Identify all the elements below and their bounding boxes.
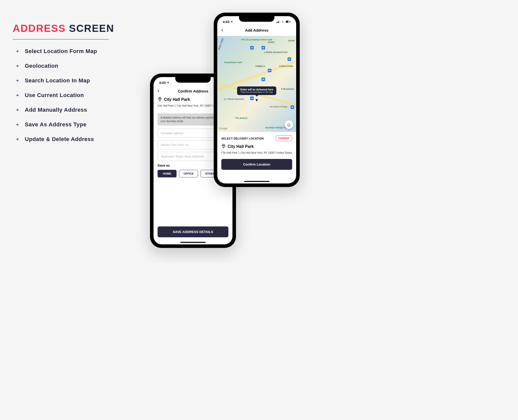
arrow-icon: [15, 49, 20, 54]
subway-marker-icon: M: [250, 97, 254, 100]
page-heading: ADDRESS SCREEN: [13, 23, 114, 34]
subway-marker-icon: M: [291, 105, 294, 109]
tooltip-title: Order will be delivered here: [240, 88, 273, 91]
feature-list: Select Location Form Map Geolocation Sea…: [15, 48, 97, 143]
arrow-icon: [15, 78, 20, 83]
back-button[interactable]: ‹: [221, 27, 223, 33]
map-label: 11 Tribute Museum: [224, 98, 244, 100]
feature-item: Use Current Location: [15, 92, 97, 99]
arrow-icon: [15, 93, 20, 98]
google-attribution: Google: [219, 127, 227, 130]
arrow-icon: [15, 108, 20, 112]
phone-notch: [239, 16, 274, 22]
map-label: LOWER MANHATTAN: [264, 51, 287, 54]
subway-marker-icon: M: [262, 78, 265, 81]
map-label: The Battery: [235, 117, 248, 119]
confirm-location-button[interactable]: Confirm Location: [221, 159, 292, 170]
heading-rest-text: SCREEN: [69, 23, 114, 34]
map-label: Pier 25 at Hudson River Park: [241, 38, 272, 41]
feature-item: Geolocation: [15, 63, 97, 69]
feature-label: Save As Address Type: [25, 121, 87, 128]
phone-notch: [175, 77, 211, 83]
feature-item: Update & Delete Address: [15, 136, 97, 143]
arrow-icon: [15, 137, 20, 142]
feature-label: Select Location Form Map: [25, 48, 97, 55]
subway-marker-icon: M: [262, 46, 265, 50]
chip-office[interactable]: OFFICE: [179, 170, 198, 177]
svg-rect-0: [276, 22, 277, 23]
location-pin-icon: [158, 97, 162, 102]
map-tooltip: Order will be delivered here Place the p…: [237, 86, 276, 95]
map-label: SOHO: [268, 41, 275, 43]
svg-rect-2: [278, 21, 279, 23]
feature-label: Geolocation: [25, 63, 58, 69]
phone-add-address: 4:03 ‹ Add Address Pier 25 at Hudson Riv…: [214, 13, 300, 187]
save-address-button[interactable]: SAVE ADDRESS DETAILS: [158, 226, 228, 237]
tooltip-subtitle: Place the pin accurately on the map: [240, 91, 273, 93]
map-label: TRIBECA: [255, 65, 265, 67]
location-name: City Hall Park: [164, 97, 190, 102]
location-arrow-icon: [230, 20, 233, 23]
location-address: City Hall Park 1 City Hall New York, NY …: [221, 151, 292, 155]
wifi-icon: [281, 20, 285, 23]
feature-label: Add Manually Address: [25, 107, 87, 113]
status-time: 4:03: [159, 81, 169, 85]
locate-me-button[interactable]: ◎: [285, 120, 293, 129]
map-label: BOWI: [289, 39, 295, 42]
feature-item: Add Manually Address: [15, 107, 97, 113]
map-view[interactable]: Pier 25 at Hudson River Park SOHO BOWI L…: [217, 36, 296, 132]
feature-label: Search Location In Map: [25, 77, 90, 84]
back-button[interactable]: ‹: [158, 88, 159, 94]
heading-divider: [13, 39, 109, 39]
map-pin-icon[interactable]: ▼: [255, 98, 259, 103]
heading-accent: ADDRESS: [13, 23, 66, 34]
change-button[interactable]: CHANGE: [276, 135, 292, 141]
screen-title: Add Address: [217, 28, 296, 32]
feature-item: Search Location In Map: [15, 77, 97, 84]
subway-marker-icon: M: [268, 69, 271, 72]
select-delivery-label: SELECT DELIVERY LOCATION: [221, 137, 264, 140]
status-icons: [276, 20, 291, 23]
delivery-panel: SELECT DELIVERY LOCATION CHANGE City Hal…: [217, 132, 296, 173]
location-pin-icon: [221, 144, 226, 149]
svg-point-6: [223, 145, 224, 146]
location-name: City Hall Park: [228, 144, 254, 149]
location-arrow-icon: [167, 81, 169, 84]
map-label: E Broadway: [281, 88, 294, 90]
svg-rect-5: [286, 21, 288, 22]
arrow-icon: [15, 64, 20, 68]
feature-item: Save As Address Type: [15, 121, 97, 128]
svg-rect-4: [290, 21, 290, 22]
map-label: CHINATOWN: [279, 65, 293, 67]
subway-marker-icon: M: [288, 57, 291, 61]
svg-rect-1: [277, 21, 278, 23]
feature-label: Use Current Location: [25, 92, 84, 99]
svg-point-10: [159, 98, 160, 99]
signal-icon: [276, 20, 280, 23]
map-label: Rockefeller Park: [224, 61, 242, 64]
screen-header: ‹ Add Address: [217, 25, 296, 36]
arrow-icon: [15, 122, 20, 127]
battery-icon: [286, 20, 291, 23]
feature-label: Update & Delete Address: [25, 136, 94, 143]
home-indicator: [244, 181, 269, 182]
subway-marker-icon: M: [250, 46, 254, 50]
map-label: NEW YORK: [218, 38, 224, 50]
status-time: 4:03: [223, 20, 233, 24]
map-label: Brooklyn Bridge: [270, 105, 288, 108]
chip-home[interactable]: HOME: [158, 170, 177, 177]
home-indicator: [180, 242, 206, 243]
feature-item: Select Location Form Map: [15, 48, 97, 55]
